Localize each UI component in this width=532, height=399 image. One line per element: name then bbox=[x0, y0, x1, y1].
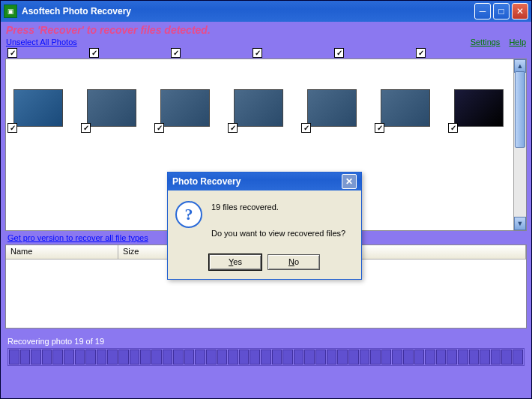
thumbnail[interactable]: ✓ bbox=[160, 89, 210, 127]
yes-button[interactable]: Yes bbox=[209, 254, 262, 270]
thumbnail[interactable]: ✓ bbox=[307, 89, 357, 127]
progress-segment bbox=[447, 350, 457, 364]
progress-segment bbox=[163, 350, 173, 364]
minimize-button[interactable]: ─ bbox=[474, 3, 491, 20]
progress-segment bbox=[97, 350, 107, 364]
progress-segment bbox=[282, 350, 293, 364]
progress-segment bbox=[425, 350, 435, 364]
app-body: Press 'Recover' to recover files detecte… bbox=[1, 22, 531, 398]
thumbnail[interactable]: ✓ bbox=[381, 89, 430, 127]
titlebar: ▣ Asoftech Photo Recovery ─ □ ✕ bbox=[1, 1, 531, 22]
progress-segment bbox=[381, 350, 392, 364]
thumbnail-image bbox=[13, 89, 63, 127]
progress-segment bbox=[42, 350, 52, 364]
progress-segment bbox=[337, 350, 348, 364]
col-spare bbox=[343, 245, 526, 259]
progress-segment bbox=[31, 350, 41, 364]
progress-segment bbox=[217, 350, 228, 364]
progress-segment bbox=[151, 350, 162, 364]
progress-segment bbox=[9, 350, 19, 364]
close-button[interactable]: ✕ bbox=[512, 3, 528, 20]
progress-segment bbox=[140, 350, 151, 364]
thumbnail-checkbox[interactable]: ✓ bbox=[301, 123, 311, 133]
top-checkbox-row: ✓✓✓✓✓✓ bbox=[3, 48, 529, 58]
question-icon: ? bbox=[175, 201, 202, 228]
progress-segment bbox=[469, 350, 480, 364]
thumbnail[interactable]: ✓ bbox=[13, 89, 63, 127]
window-title: Asoftech Photo Recovery bbox=[22, 6, 474, 16]
progress-bar bbox=[7, 348, 525, 366]
dialog-line1: 19 files recovered. bbox=[211, 201, 345, 214]
progress-segment bbox=[206, 350, 217, 364]
progress-segment bbox=[491, 350, 501, 364]
scroll-thumb[interactable] bbox=[515, 71, 525, 148]
dialog-close-button[interactable]: ✕ bbox=[342, 174, 357, 189]
progress-segment bbox=[501, 350, 512, 364]
column-checkbox[interactable]: ✓ bbox=[7, 48, 17, 58]
progress-segment bbox=[304, 350, 315, 364]
progress-segment bbox=[294, 350, 304, 364]
progress-segment bbox=[392, 350, 402, 364]
thumbnail[interactable]: ✓ bbox=[87, 89, 136, 127]
col-name[interactable]: Name bbox=[6, 245, 118, 259]
progress-segment bbox=[272, 350, 282, 364]
column-checkbox[interactable]: ✓ bbox=[89, 48, 99, 58]
thumbnail-checkbox[interactable]: ✓ bbox=[375, 123, 384, 133]
recovery-dialog: Photo Recovery ✕ ? 19 files recovered. D… bbox=[167, 172, 362, 280]
column-checkbox[interactable]: ✓ bbox=[334, 48, 344, 58]
dialog-message: 19 files recovered. Do you want to view … bbox=[211, 201, 345, 241]
thumbnail-checkbox[interactable]: ✓ bbox=[228, 123, 238, 133]
thumbnail-checkbox[interactable]: ✓ bbox=[154, 123, 164, 133]
dialog-title: Photo Recovery bbox=[172, 176, 342, 187]
pro-version-link[interactable]: Get pro version to recover all file type… bbox=[7, 233, 148, 242]
thumbnail-image bbox=[234, 89, 283, 127]
progress-segment bbox=[513, 350, 523, 364]
app-window: ▣ Asoftech Photo Recovery ─ □ ✕ Press 'R… bbox=[0, 0, 532, 399]
progress-segment bbox=[20, 350, 31, 364]
progress-segment bbox=[348, 350, 359, 364]
progress-segment bbox=[436, 350, 447, 364]
progress-segment bbox=[85, 350, 96, 364]
gallery-scrollbar[interactable]: ▲ ▼ bbox=[513, 59, 526, 230]
thumbnail[interactable]: ✓ bbox=[234, 89, 283, 127]
column-checkbox[interactable]: ✓ bbox=[171, 48, 181, 58]
thumbnail-checkbox[interactable]: ✓ bbox=[448, 123, 458, 133]
progress-segment bbox=[107, 350, 118, 364]
thumbnail-image bbox=[87, 89, 136, 127]
app-icon: ▣ bbox=[4, 4, 17, 18]
progress-segment bbox=[261, 350, 271, 364]
no-button[interactable]: No bbox=[267, 254, 320, 270]
unselect-all-link[interactable]: Unselect All Photos bbox=[6, 38, 77, 46]
progress-segment bbox=[480, 350, 490, 364]
progress-segment bbox=[414, 350, 425, 364]
progress-segment bbox=[403, 350, 414, 364]
progress-segment bbox=[52, 350, 63, 364]
thumbnail-checkbox[interactable]: ✓ bbox=[81, 123, 91, 133]
column-checkbox[interactable]: ✓ bbox=[253, 48, 262, 58]
thumbnail[interactable]: ✓ bbox=[454, 89, 504, 127]
settings-link[interactable]: Settings bbox=[471, 38, 501, 46]
progress-segment bbox=[250, 350, 260, 364]
progress-segment bbox=[370, 350, 381, 364]
progress-segment bbox=[327, 350, 337, 364]
thumbnail-image bbox=[381, 89, 430, 127]
scroll-down-button[interactable]: ▼ bbox=[514, 217, 526, 230]
progress-segment bbox=[64, 350, 74, 364]
thumbnail-checkbox[interactable]: ✓ bbox=[7, 123, 17, 133]
column-checkbox[interactable]: ✓ bbox=[416, 48, 426, 58]
progress-segment bbox=[130, 350, 140, 364]
dialog-titlebar: Photo Recovery ✕ bbox=[168, 172, 361, 190]
maximize-button[interactable]: □ bbox=[493, 3, 510, 20]
instruction-text: Press 'Recover' to recover files detecte… bbox=[3, 24, 529, 36]
progress-segment bbox=[118, 350, 129, 364]
progress-segment bbox=[458, 350, 468, 364]
progress-segment bbox=[228, 350, 238, 364]
help-link[interactable]: Help bbox=[509, 38, 526, 46]
progress-segment bbox=[75, 350, 85, 364]
progress-segment bbox=[360, 350, 370, 364]
thumbnail-image bbox=[307, 89, 357, 127]
status-text: Recovering photo 19 of 19 bbox=[3, 334, 529, 348]
progress-segment bbox=[239, 350, 250, 364]
progress-segment bbox=[315, 350, 326, 364]
thumbnail-image bbox=[454, 89, 504, 127]
